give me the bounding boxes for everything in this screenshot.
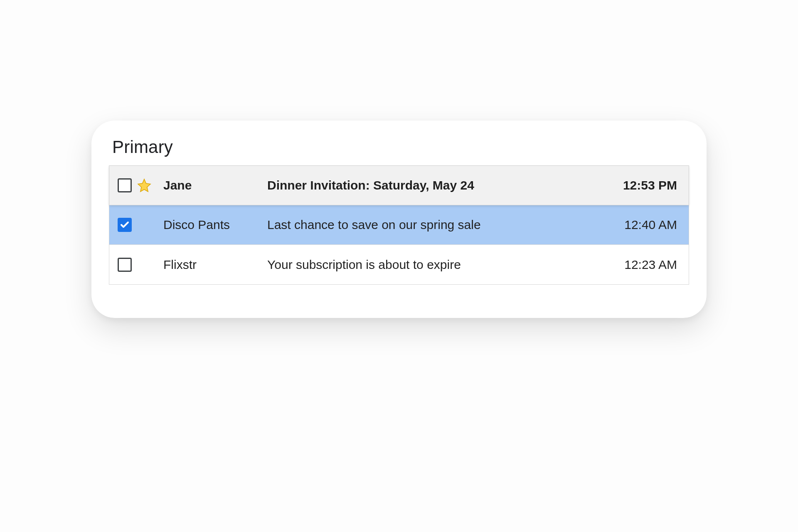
email-sender: Jane <box>163 178 267 192</box>
email-sender: Disco Pants <box>163 218 267 232</box>
row-controls <box>118 218 163 232</box>
email-row[interactable]: Flixstr Your subscription is about to ex… <box>109 245 689 284</box>
email-subject: Dinner Invitation: Saturday, May 24 <box>267 178 606 192</box>
email-subject: Your subscription is about to expire <box>267 258 606 272</box>
star-icon[interactable] <box>137 178 152 193</box>
email-row[interactable]: Disco Pants Last chance to save on our s… <box>109 205 689 245</box>
email-time: 12:53 PM <box>606 178 677 192</box>
row-controls <box>118 258 163 272</box>
select-checkbox[interactable] <box>118 218 132 232</box>
email-list: Jane Dinner Invitation: Saturday, May 24… <box>109 165 689 285</box>
select-checkbox[interactable] <box>118 258 132 272</box>
row-controls <box>118 178 163 193</box>
email-time: 12:23 AM <box>606 258 677 272</box>
section-title: Primary <box>112 137 689 157</box>
email-time: 12:40 AM <box>606 218 677 232</box>
email-sender: Flixstr <box>163 258 267 272</box>
inbox-card: Primary Jane Dinner Invitation: Saturday… <box>91 121 707 318</box>
select-checkbox[interactable] <box>118 178 132 192</box>
email-row[interactable]: Jane Dinner Invitation: Saturday, May 24… <box>109 166 689 205</box>
email-subject: Last chance to save on our spring sale <box>267 218 606 232</box>
